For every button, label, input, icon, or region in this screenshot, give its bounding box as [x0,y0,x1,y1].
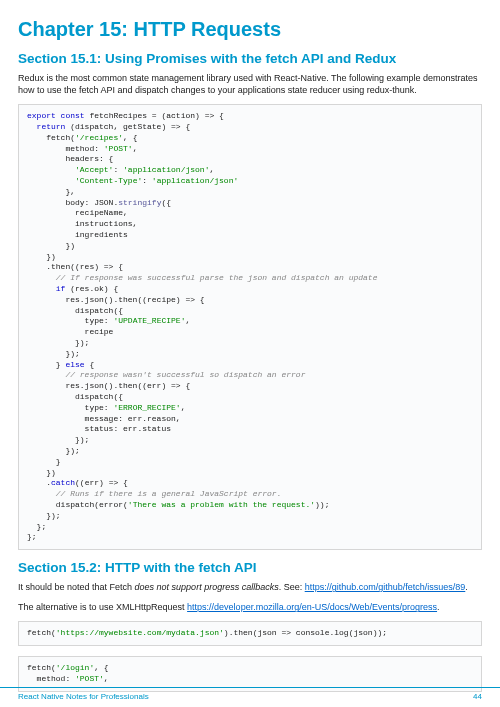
section-2-title: Section 15.2: HTTP with the fetch API [18,560,482,575]
section-1-title: Section 15.1: Using Promises with the fe… [18,51,482,66]
section-1-para: Redux is the most common state managemen… [18,72,482,96]
section-2-para-2: The alternative is to use XMLHttpRequest… [18,601,482,613]
chapter-title: Chapter 15: HTTP Requests [18,18,482,41]
github-issue-link[interactable]: https://github.com/github/fetch/issues/8… [305,582,466,592]
footer-book-title: React Native Notes for Professionals [18,692,149,701]
mdn-progress-link[interactable]: https://developer.mozilla.org/en-US/docs… [187,602,437,612]
section-2-para-1: It should be noted that Fetch does not s… [18,581,482,593]
code-block-2: fetch('https://mywebsite.com/mydata.json… [18,621,482,646]
footer-page-number: 44 [473,692,482,701]
code-block-1: export const fetchRecipes = (action) => … [18,104,482,550]
page-footer: React Native Notes for Professionals 44 [0,687,500,707]
